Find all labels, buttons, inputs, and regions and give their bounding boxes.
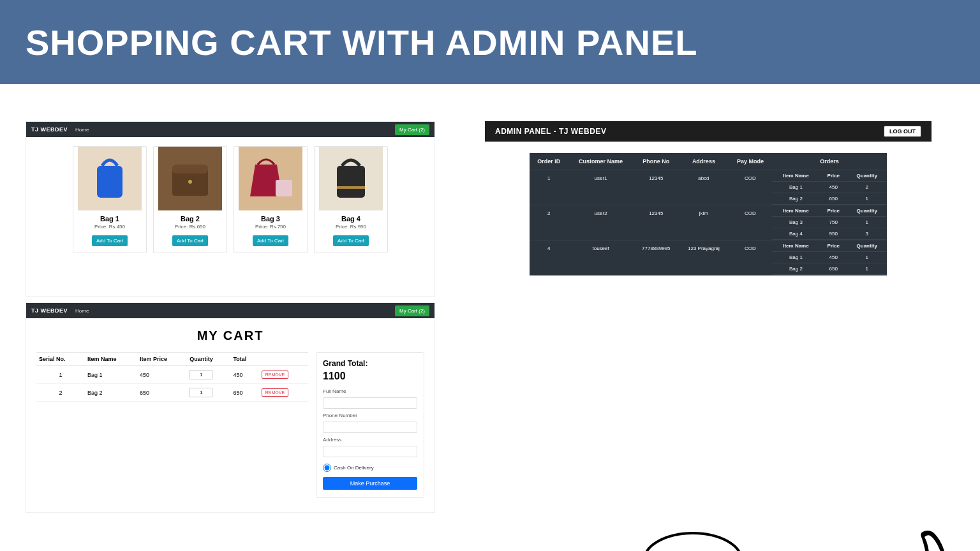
col-paymode: Pay Mode [729,153,772,170]
cart-home-link[interactable]: Home [75,308,89,314]
cell-item: Bag 2 [772,263,820,275]
tech-logos: php MySQL ® [642,527,954,551]
cell-address: jklm [679,205,729,240]
cart-my-cart-button[interactable]: My Cart (2) [395,305,429,316]
address-label: Address [323,437,417,443]
col-name: Item Name [85,353,137,366]
cart-row: 2 Bag 2 650 650 REMOVE [36,384,308,402]
cell-address: 123 Prayagraj [679,240,729,276]
order-item-row: Bag 2 650 1 [772,193,887,205]
product-price: Price: Rs.650 [154,224,226,230]
cod-label: Cash On Delivery [334,465,374,471]
remove-button[interactable]: REMOVE [262,388,288,397]
remove-button[interactable]: REMOVE [262,371,288,379]
shop-brand: TJ WEBDEV [31,126,68,133]
cell-item-price: 750 [820,217,847,228]
cell-item: Bag 4 [772,228,820,240]
order-item-row: Bag 1 450 2 [772,182,887,193]
home-link[interactable]: Home [75,127,89,133]
grand-total-label: Grand Total: [323,359,417,368]
cell-address: abcd [679,170,729,205]
cell-item-price: 450 [820,182,847,193]
col-address: Address [679,153,729,170]
col-customer: Customer Name [568,153,634,170]
cell-price: 650 [137,384,187,402]
product-name: Bag 1 [73,215,146,223]
logout-button[interactable]: LOG OUT [884,126,921,137]
svg-rect-10 [337,186,365,189]
cell-item: Bag 3 [772,217,820,228]
my-cart-button[interactable]: My Cart (2) [395,124,429,135]
admin-navbar: ADMIN PANEL - TJ WEBDEV LOG OUT [485,121,932,142]
add-to-cart-button[interactable]: Add To Cart [333,235,369,246]
make-purchase-button[interactable]: Make Purchase [323,477,417,490]
cell-customer: user1 [568,170,634,205]
product-price: Price: Rs.450 [73,224,146,230]
col-orders: Orders [772,153,887,170]
sub-col-qty: Quantity [847,240,887,252]
add-to-cart-button[interactable]: Add To Cart [92,235,128,246]
mysql-logo-icon: MySQL ® [795,527,954,551]
qty-input[interactable] [189,370,212,379]
order-row: 1 user1 12345 abcd COD Item Name Price Q… [530,170,887,205]
cell-item-qty: 1 [847,263,887,275]
product-image [234,147,307,210]
sub-col-qty: Quantity [847,205,887,217]
cart-brand: TJ WEBDEV [31,307,68,314]
hero-title: SHOPPING CART WITH ADMIN PANEL [26,22,698,63]
product-image [315,147,387,210]
shop-navbar: TJ WEBDEV Home My Cart (2) [26,122,434,137]
cart-screenshot: TJ WEBDEV Home My Cart (2) MY CART Seria… [26,302,435,513]
cell-item: Bag 1 [772,182,820,193]
cell-paymode: COD [729,240,772,276]
svg-rect-7 [276,180,292,196]
cell-sn: 2 [36,384,85,402]
sub-col-price: Price [820,240,847,252]
admin-title: ADMIN PANEL - TJ WEBDEV [495,127,606,136]
cell-total: 450 [231,366,259,384]
col-action [259,353,308,366]
cell-item-qty: 1 [847,217,887,228]
product-card: Bag 1 Price: Rs.450 Add To Cart [73,146,147,253]
cell-price: 450 [137,366,187,384]
fullname-label: Full Name [323,388,417,394]
order-item-row: Bag 1 450 1 [772,252,887,263]
sub-col-item: Item Name [772,240,820,252]
cart-table: Serial No. Item Name Item Price Quantity… [36,352,308,498]
cell-item: Bag 1 [772,252,820,263]
admin-screenshot: ADMIN PANEL - TJ WEBDEV LOG OUT Order ID… [485,121,932,408]
col-sn: Serial No. [36,353,85,366]
sub-col-item: Item Name [772,205,820,217]
cell-order-id: 1 [530,170,568,205]
add-to-cart-button[interactable]: Add To Cart [253,235,288,246]
col-order-id: Order ID [530,153,568,170]
svg-point-5 [188,180,192,184]
cod-radio[interactable] [323,464,331,472]
phone-input[interactable] [323,422,417,433]
cell-order-id: 2 [530,205,568,240]
col-qty: Quantity [187,353,230,366]
fullname-input[interactable] [323,397,417,409]
php-logo-icon: php [642,530,744,551]
col-total: Total [231,353,259,366]
add-to-cart-button[interactable]: Add To Cart [172,235,208,246]
svg-text:MySQL: MySQL [795,547,900,551]
checkout-box: Grand Total: 1100 Full Name Phone Number… [316,352,424,498]
cell-customer: user2 [568,205,634,240]
cell-item-qty: 1 [847,193,887,205]
product-card: Bag 3 Price: Rs.750 Add To Cart [234,146,308,253]
cell-paymode: COD [729,170,772,205]
col-phone: Phone No [634,153,679,170]
cell-item-qty: 1 [847,252,887,263]
qty-input[interactable] [189,388,212,397]
product-card: Bag 4 Price: Rs.950 Add To Cart [314,146,388,253]
address-input[interactable] [323,446,417,457]
cell-item-price: 650 [820,263,847,275]
sub-col-item: Item Name [772,170,820,182]
sub-col-qty: Quantity [847,170,887,182]
svg-rect-9 [337,166,365,198]
order-row: 2 user2 12345 jklm COD Item Name Price Q… [530,205,887,240]
cell-phone: 12345 [634,170,679,205]
hero-banner: SHOPPING CART WITH ADMIN PANEL [0,0,980,84]
cell-sn: 1 [36,366,85,384]
